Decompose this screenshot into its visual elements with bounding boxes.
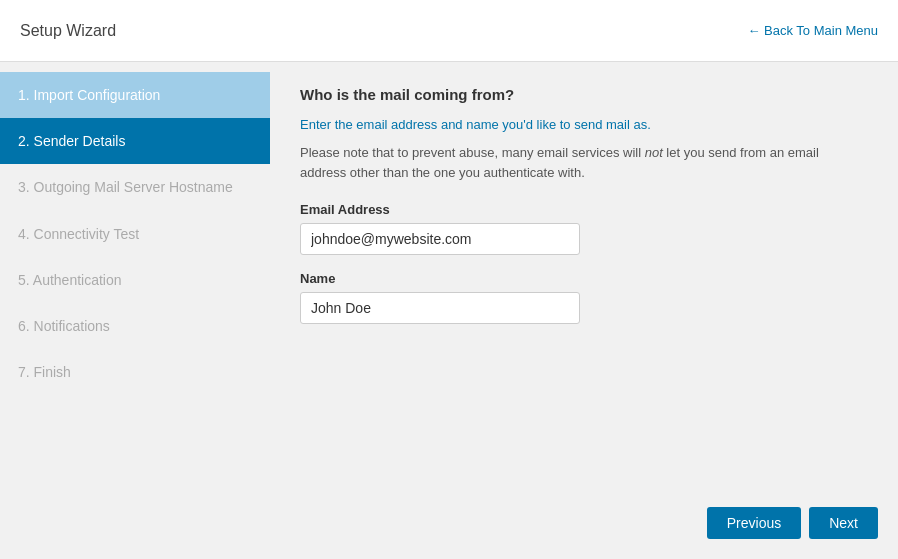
name-form-group: Name [300, 271, 868, 324]
previous-button[interactable]: Previous [707, 507, 801, 539]
warning-text-part1: Please note that to prevent abuse, many … [300, 145, 645, 160]
info-text: Enter the email address and name you'd l… [300, 115, 868, 135]
email-input[interactable] [300, 223, 580, 255]
sidebar-item-outgoing-mail-server[interactable]: 3. Outgoing Mail Server Hostname [0, 164, 270, 210]
sidebar: 1. Import Configuration 2. Sender Detail… [0, 62, 270, 559]
sidebar-item-import-configuration[interactable]: 1. Import Configuration [0, 72, 270, 118]
sidebar-item-connectivity-test[interactable]: 4. Connectivity Test [0, 211, 270, 257]
sidebar-item-finish[interactable]: 7. Finish [0, 349, 270, 395]
email-form-group: Email Address [300, 202, 868, 255]
page-title: Setup Wizard [20, 22, 116, 40]
bottom-buttons: Previous Next [707, 507, 878, 539]
next-button[interactable]: Next [809, 507, 878, 539]
back-to-main-link[interactable]: ← Back To Main Menu [747, 23, 878, 38]
name-input[interactable] [300, 292, 580, 324]
name-label: Name [300, 271, 868, 286]
content-area: Who is the mail coming from? Enter the e… [270, 62, 898, 559]
warning-text: Please note that to prevent abuse, many … [300, 143, 868, 185]
sidebar-item-authentication[interactable]: 5. Authentication [0, 257, 270, 303]
warning-text-italic: not [645, 145, 663, 160]
form-section: Who is the mail coming from? Enter the e… [300, 86, 868, 324]
sidebar-item-sender-details[interactable]: 2. Sender Details [0, 118, 270, 164]
form-title: Who is the mail coming from? [300, 86, 868, 103]
sidebar-item-notifications[interactable]: 6. Notifications [0, 303, 270, 349]
email-label: Email Address [300, 202, 868, 217]
